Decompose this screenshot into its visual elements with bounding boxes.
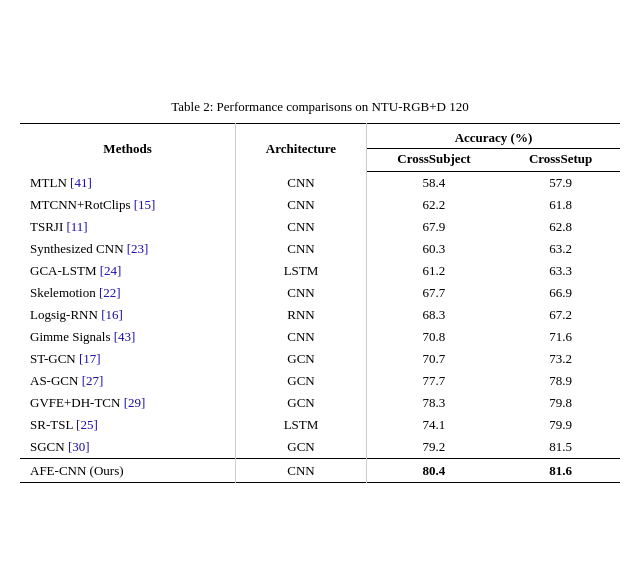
method-cell: Synthesized CNN [23] [20,238,236,260]
accuracy-header: Accuracy (%) [366,124,620,149]
method-cell: MTLN [41] [20,172,236,195]
method-cell: GVFE+DH-TCN [29] [20,392,236,414]
cross-setup-cell: 66.9 [501,282,620,304]
method-cell: Skelemotion [22] [20,282,236,304]
table-row: TSRJI [11]CNN67.962.8 [20,216,620,238]
method-cell: SGCN [30] [20,436,236,459]
arch-cell: CNN [236,282,367,304]
cross-setup-cell: 62.8 [501,216,620,238]
method-cell: ST-GCN [17] [20,348,236,370]
cross-subject-cell: 60.3 [366,238,501,260]
table-row: SGCN [30]GCN79.281.5 [20,436,620,459]
method-cell: GCA-LSTM [24] [20,260,236,282]
arch-cell: CNN [236,194,367,216]
table-row: Synthesized CNN [23]CNN60.363.2 [20,238,620,260]
final-cross-setup-cell: 81.6 [501,459,620,483]
cross-subject-cell: 58.4 [366,172,501,195]
arch-cell: LSTM [236,414,367,436]
cross-subject-cell: 61.2 [366,260,501,282]
cross-subject-cell: 74.1 [366,414,501,436]
arch-cell: CNN [236,326,367,348]
cross-setup-cell: 61.8 [501,194,620,216]
cross-subject-cell: 62.2 [366,194,501,216]
performance-table: Methods Architecture Accuracy (%) CrossS… [20,123,620,483]
methods-header: Methods [20,124,236,172]
cross-setup-cell: 63.2 [501,238,620,260]
arch-cell: LSTM [236,260,367,282]
cross-setup-cell: 79.9 [501,414,620,436]
final-row: AFE-CNN (Ours)CNN80.481.6 [20,459,620,483]
method-cell: TSRJI [11] [20,216,236,238]
cross-setup-cell: 57.9 [501,172,620,195]
arch-cell: GCN [236,348,367,370]
cross-setup-cell: 71.6 [501,326,620,348]
cross-subject-cell: 70.7 [366,348,501,370]
arch-cell: GCN [236,370,367,392]
arch-cell: CNN [236,238,367,260]
cross-subject-cell: 79.2 [366,436,501,459]
cross-setup-cell: 81.5 [501,436,620,459]
cross-subject-cell: 67.7 [366,282,501,304]
table-row: ST-GCN [17]GCN70.773.2 [20,348,620,370]
cross-subject-cell: 67.9 [366,216,501,238]
table-row: Gimme Signals [43]CNN70.871.6 [20,326,620,348]
cross-subject-cell: 78.3 [366,392,501,414]
table-title: Table 2: Performance comparisons on NTU-… [20,99,620,115]
cross-setup-header: CrossSetup [501,149,620,172]
method-cell: MTCNN+RotClips [15] [20,194,236,216]
cross-setup-cell: 67.2 [501,304,620,326]
table-row: AS-GCN [27]GCN77.778.9 [20,370,620,392]
table-row: MTLN [41]CNN58.457.9 [20,172,620,195]
cross-subject-cell: 70.8 [366,326,501,348]
cross-setup-cell: 79.8 [501,392,620,414]
table-row: GCA-LSTM [24]LSTM61.263.3 [20,260,620,282]
cross-subject-header: CrossSubject [366,149,501,172]
cross-setup-cell: 63.3 [501,260,620,282]
method-cell: SR-TSL [25] [20,414,236,436]
table-row: GVFE+DH-TCN [29]GCN78.379.8 [20,392,620,414]
cross-subject-cell: 68.3 [366,304,501,326]
cross-subject-cell: 77.7 [366,370,501,392]
method-cell: Logsig-RNN [16] [20,304,236,326]
table-row: Skelemotion [22]CNN67.766.9 [20,282,620,304]
table-row: MTCNN+RotClips [15]CNN62.261.8 [20,194,620,216]
arch-cell: RNN [236,304,367,326]
cross-setup-cell: 73.2 [501,348,620,370]
arch-cell: CNN [236,216,367,238]
arch-cell: CNN [236,172,367,195]
final-method-cell: AFE-CNN (Ours) [20,459,236,483]
cross-setup-cell: 78.9 [501,370,620,392]
architecture-header: Architecture [236,124,367,172]
final-arch-cell: CNN [236,459,367,483]
method-cell: Gimme Signals [43] [20,326,236,348]
arch-cell: GCN [236,392,367,414]
table-container: Table 2: Performance comparisons on NTU-… [20,99,620,483]
final-cross-subject-cell: 80.4 [366,459,501,483]
method-cell: AS-GCN [27] [20,370,236,392]
arch-cell: GCN [236,436,367,459]
table-row: Logsig-RNN [16]RNN68.367.2 [20,304,620,326]
table-row: SR-TSL [25]LSTM74.179.9 [20,414,620,436]
